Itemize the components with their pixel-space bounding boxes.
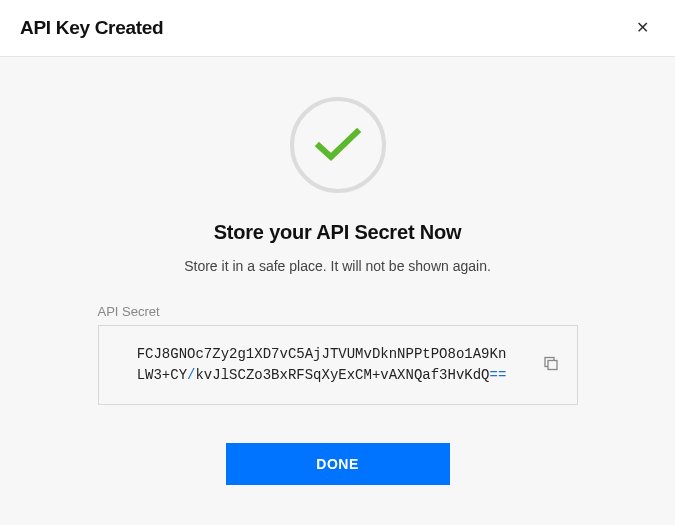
secret-part: ==	[490, 367, 507, 383]
modal-title: API Key Created	[20, 17, 163, 39]
close-button[interactable]: ✕	[630, 16, 655, 40]
secret-part: kvJlSCZo3BxRFSqXyExCM+vAXNQaf3HvKdQ	[195, 367, 489, 383]
modal-header: API Key Created ✕	[0, 0, 675, 57]
done-button[interactable]: DONE	[226, 443, 450, 485]
close-icon: ✕	[636, 19, 649, 36]
checkmark-icon	[313, 125, 363, 165]
success-indicator	[290, 97, 386, 193]
api-secret-container: API Secret FCJ8GNOc7Zy2g1XD7vC5AjJTVUMvD…	[98, 304, 578, 405]
modal-body: Store your API Secret Now Store it in a …	[0, 57, 675, 515]
store-subheading: Store it in a safe place. It will not be…	[30, 258, 645, 274]
svg-rect-1	[548, 361, 557, 370]
store-heading: Store your API Secret Now	[30, 221, 645, 244]
secret-part: LW3+CY	[137, 367, 187, 383]
api-secret-label: API Secret	[98, 304, 578, 319]
api-secret-value: FCJ8GNOc7Zy2g1XD7vC5AjJTVUMvDknNPPtPO8o1…	[117, 344, 527, 386]
api-secret-box: FCJ8GNOc7Zy2g1XD7vC5AjJTVUMvDknNPPtPO8o1…	[98, 325, 578, 405]
secret-part: FCJ8GNOc7Zy2g1XD7vC5AjJTVUMvDknNPPtPO8o1…	[137, 346, 507, 362]
copy-button[interactable]	[537, 350, 565, 381]
copy-icon	[543, 356, 559, 372]
